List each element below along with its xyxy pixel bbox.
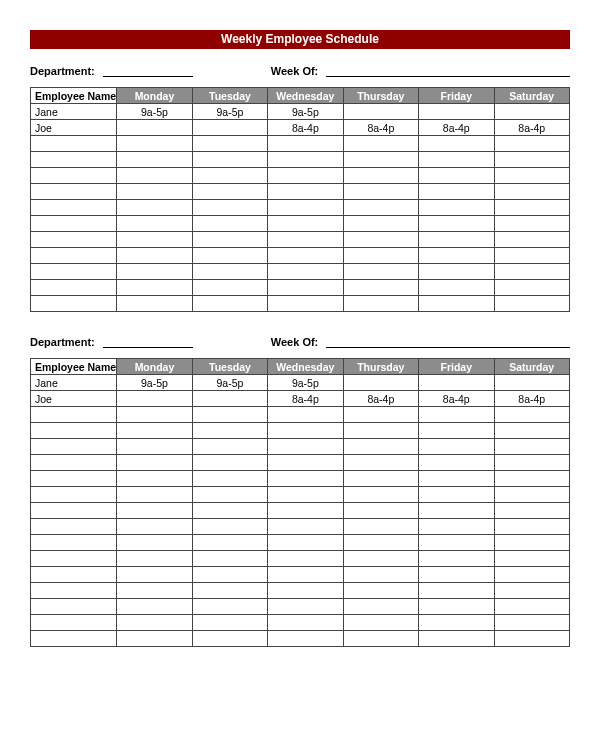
shift-cell[interactable]	[419, 280, 494, 296]
shift-cell[interactable]	[192, 567, 267, 583]
shift-cell[interactable]	[117, 487, 192, 503]
shift-cell[interactable]	[343, 439, 418, 455]
shift-cell[interactable]	[494, 535, 570, 551]
employee-name-cell[interactable]	[31, 200, 117, 216]
shift-cell[interactable]	[117, 280, 192, 296]
shift-cell[interactable]	[419, 615, 494, 631]
shift-cell[interactable]	[268, 599, 343, 615]
shift-cell[interactable]	[343, 375, 418, 391]
employee-name-cell[interactable]	[31, 551, 117, 567]
employee-name-cell[interactable]	[31, 519, 117, 535]
shift-cell[interactable]	[343, 487, 418, 503]
shift-cell[interactable]	[268, 423, 343, 439]
shift-cell[interactable]	[494, 104, 570, 120]
employee-name-cell[interactable]	[31, 216, 117, 232]
shift-cell[interactable]	[343, 615, 418, 631]
shift-cell[interactable]	[192, 423, 267, 439]
department-value[interactable]	[103, 334, 193, 348]
shift-cell[interactable]	[419, 184, 494, 200]
shift-cell[interactable]	[419, 407, 494, 423]
employee-name-cell[interactable]	[31, 487, 117, 503]
shift-cell[interactable]	[117, 551, 192, 567]
shift-cell[interactable]	[343, 248, 418, 264]
shift-cell[interactable]	[419, 216, 494, 232]
employee-name-cell[interactable]: Joe	[31, 120, 117, 136]
shift-cell[interactable]	[268, 631, 343, 647]
shift-cell[interactable]	[343, 216, 418, 232]
shift-cell[interactable]	[419, 264, 494, 280]
shift-cell[interactable]	[192, 152, 267, 168]
shift-cell[interactable]	[494, 583, 570, 599]
shift-cell[interactable]	[192, 296, 267, 312]
shift-cell[interactable]	[419, 439, 494, 455]
shift-cell[interactable]	[268, 487, 343, 503]
shift-cell[interactable]	[494, 439, 570, 455]
shift-cell[interactable]	[117, 471, 192, 487]
shift-cell[interactable]	[419, 487, 494, 503]
shift-cell[interactable]	[117, 535, 192, 551]
shift-cell[interactable]	[343, 535, 418, 551]
shift-cell[interactable]	[192, 120, 267, 136]
shift-cell[interactable]	[343, 168, 418, 184]
shift-cell[interactable]	[117, 407, 192, 423]
shift-cell[interactable]	[117, 152, 192, 168]
shift-cell[interactable]	[494, 296, 570, 312]
shift-cell[interactable]	[494, 519, 570, 535]
shift-cell[interactable]	[192, 216, 267, 232]
shift-cell[interactable]	[117, 184, 192, 200]
shift-cell[interactable]: 8a-4p	[343, 391, 418, 407]
shift-cell[interactable]	[268, 615, 343, 631]
shift-cell[interactable]	[268, 264, 343, 280]
shift-cell[interactable]	[192, 184, 267, 200]
employee-name-cell[interactable]: Jane	[31, 104, 117, 120]
employee-name-cell[interactable]	[31, 439, 117, 455]
employee-name-cell[interactable]	[31, 503, 117, 519]
shift-cell[interactable]	[419, 200, 494, 216]
shift-cell[interactable]	[192, 200, 267, 216]
shift-cell[interactable]	[268, 535, 343, 551]
shift-cell[interactable]	[268, 583, 343, 599]
shift-cell[interactable]	[419, 519, 494, 535]
shift-cell[interactable]	[343, 104, 418, 120]
shift-cell[interactable]: 9a-5p	[117, 104, 192, 120]
shift-cell[interactable]	[419, 248, 494, 264]
employee-name-cell[interactable]	[31, 296, 117, 312]
shift-cell[interactable]	[117, 583, 192, 599]
shift-cell[interactable]	[343, 455, 418, 471]
shift-cell[interactable]: 9a-5p	[268, 104, 343, 120]
shift-cell[interactable]	[117, 136, 192, 152]
shift-cell[interactable]	[268, 152, 343, 168]
shift-cell[interactable]	[494, 248, 570, 264]
shift-cell[interactable]	[268, 519, 343, 535]
shift-cell[interactable]	[192, 232, 267, 248]
employee-name-cell[interactable]	[31, 615, 117, 631]
shift-cell[interactable]	[494, 375, 570, 391]
shift-cell[interactable]	[419, 455, 494, 471]
shift-cell[interactable]	[419, 375, 494, 391]
shift-cell[interactable]: 8a-4p	[419, 120, 494, 136]
shift-cell[interactable]: 8a-4p	[494, 391, 570, 407]
shift-cell[interactable]	[117, 519, 192, 535]
shift-cell[interactable]	[419, 232, 494, 248]
shift-cell[interactable]	[268, 455, 343, 471]
shift-cell[interactable]	[192, 519, 267, 535]
shift-cell[interactable]	[117, 296, 192, 312]
shift-cell[interactable]: 8a-4p	[494, 120, 570, 136]
employee-name-cell[interactable]	[31, 631, 117, 647]
employee-name-cell[interactable]	[31, 583, 117, 599]
shift-cell[interactable]: 9a-5p	[268, 375, 343, 391]
employee-name-cell[interactable]	[31, 264, 117, 280]
shift-cell[interactable]	[192, 248, 267, 264]
shift-cell[interactable]	[268, 280, 343, 296]
shift-cell[interactable]	[494, 136, 570, 152]
shift-cell[interactable]	[343, 280, 418, 296]
shift-cell[interactable]	[117, 232, 192, 248]
shift-cell[interactable]	[343, 583, 418, 599]
shift-cell[interactable]	[343, 423, 418, 439]
employee-name-cell[interactable]	[31, 168, 117, 184]
shift-cell[interactable]	[419, 567, 494, 583]
shift-cell[interactable]	[117, 599, 192, 615]
shift-cell[interactable]	[494, 232, 570, 248]
shift-cell[interactable]	[494, 471, 570, 487]
shift-cell[interactable]	[117, 615, 192, 631]
